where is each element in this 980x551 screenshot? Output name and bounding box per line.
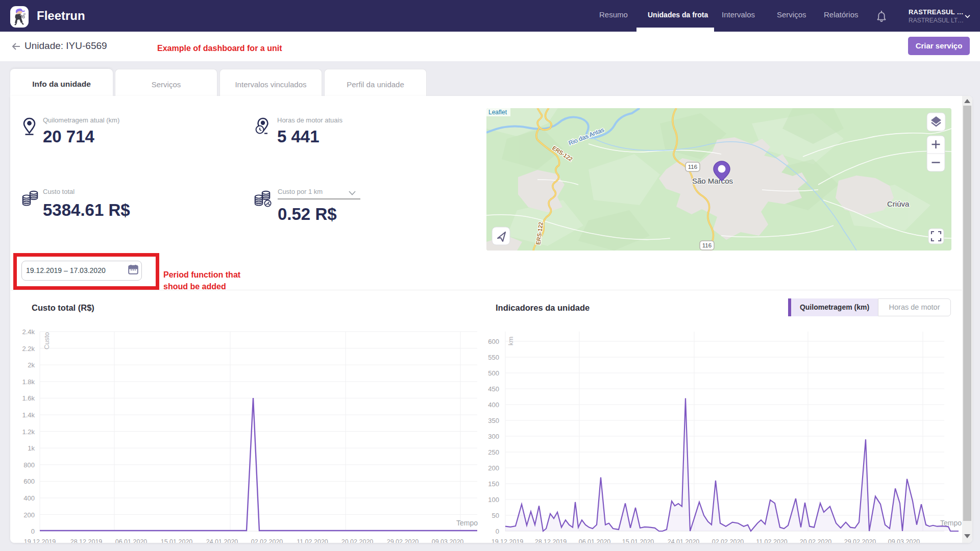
svg-text:km: km bbox=[507, 337, 514, 345]
svg-text:500: 500 bbox=[488, 369, 499, 377]
svg-text:São Marcos: São Marcos bbox=[692, 177, 733, 185]
svg-text:550: 550 bbox=[488, 354, 499, 361]
svg-text:28.12.2019: 28.12.2019 bbox=[535, 538, 567, 543]
svg-text:200: 200 bbox=[23, 511, 35, 519]
svg-text:06.01.2020: 06.01.2020 bbox=[115, 538, 148, 543]
svg-text:400: 400 bbox=[488, 401, 499, 409]
svg-text:50: 50 bbox=[492, 512, 499, 519]
svg-text:150: 150 bbox=[488, 480, 499, 488]
svg-text:250: 250 bbox=[488, 448, 499, 456]
svg-text:09.03.2020: 09.03.2020 bbox=[432, 538, 464, 543]
svg-text:Custo: Custo bbox=[43, 332, 51, 349]
svg-text:11.02.2020: 11.02.2020 bbox=[756, 538, 788, 543]
svg-text:1.8k: 1.8k bbox=[22, 378, 35, 386]
svg-text:02.02.2020: 02.02.2020 bbox=[251, 538, 283, 543]
svg-text:20.02.2020: 20.02.2020 bbox=[341, 538, 374, 543]
svg-text:1.6k: 1.6k bbox=[22, 394, 35, 402]
svg-text:116: 116 bbox=[688, 164, 697, 170]
svg-text:200: 200 bbox=[488, 464, 499, 472]
svg-text:Criúva: Criúva bbox=[887, 199, 910, 208]
svg-text:15.01.2020: 15.01.2020 bbox=[161, 538, 193, 543]
svg-text:2.2k: 2.2k bbox=[22, 345, 35, 353]
svg-text:06.01.2020: 06.01.2020 bbox=[579, 538, 611, 543]
svg-text:116: 116 bbox=[702, 242, 712, 248]
svg-text:450: 450 bbox=[488, 385, 499, 393]
svg-text:Leaflet: Leaflet bbox=[488, 109, 507, 116]
svg-text:24.01.2020: 24.01.2020 bbox=[668, 538, 700, 543]
svg-text:0: 0 bbox=[496, 528, 499, 535]
svg-text:800: 800 bbox=[23, 461, 35, 469]
svg-text:100: 100 bbox=[488, 496, 499, 504]
svg-text:09.03.2020: 09.03.2020 bbox=[888, 538, 920, 543]
svg-text:24.01.2020: 24.01.2020 bbox=[206, 538, 238, 543]
svg-text:1k: 1k bbox=[28, 444, 35, 452]
svg-text:29.02.2020: 29.02.2020 bbox=[844, 538, 876, 543]
svg-text:600: 600 bbox=[23, 478, 35, 485]
svg-text:19.12.2019: 19.12.2019 bbox=[24, 538, 56, 543]
svg-text:600: 600 bbox=[488, 338, 499, 345]
svg-text:29.02.2020: 29.02.2020 bbox=[387, 538, 419, 543]
svg-text:1.2k: 1.2k bbox=[22, 428, 35, 436]
svg-text:15.01.2020: 15.01.2020 bbox=[622, 538, 654, 543]
svg-text:19.12.2019: 19.12.2019 bbox=[492, 538, 524, 543]
svg-text:02.02.2020: 02.02.2020 bbox=[712, 538, 744, 543]
svg-text:2k: 2k bbox=[28, 361, 35, 369]
svg-text:28.12.2019: 28.12.2019 bbox=[70, 538, 103, 543]
svg-text:Tempo: Tempo bbox=[456, 519, 478, 527]
svg-text:11.02.2020: 11.02.2020 bbox=[297, 538, 328, 543]
svg-text:0: 0 bbox=[31, 528, 35, 535]
svg-text:1.4k: 1.4k bbox=[22, 411, 35, 419]
svg-text:20.02.2020: 20.02.2020 bbox=[800, 538, 832, 543]
svg-text:400: 400 bbox=[23, 494, 35, 502]
svg-text:350: 350 bbox=[488, 417, 499, 424]
svg-text:2.4k: 2.4k bbox=[22, 328, 35, 336]
svg-text:300: 300 bbox=[488, 433, 499, 440]
